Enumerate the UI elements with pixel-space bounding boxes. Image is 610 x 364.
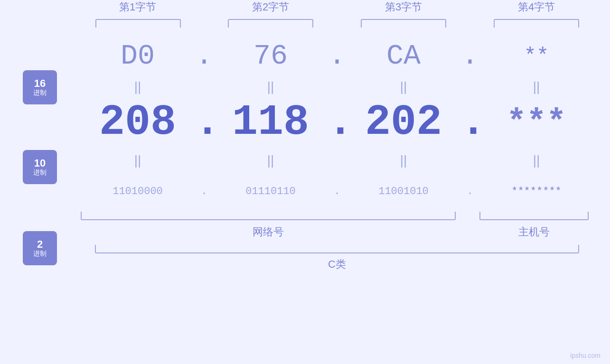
byte-headers: 第1字节 第2字节 第3字节 第4字节 [81,0,593,14]
equals-2: || [214,79,328,94]
grid-wrapper: 第1字节 第2字节 第3字节 第4字节 D0 . 76 . CA . ** [81,0,593,271]
class-bracket-line [95,245,579,253]
equals2-4: || [479,153,593,168]
label-10-top: 10 [34,158,46,169]
label-10bit: 10 进制 [23,150,57,184]
binary-byte4: ******** [479,186,593,197]
hex-byte2: 76 [214,40,328,72]
network-label: 网络号 [253,225,284,239]
byte-header-3: 第3字节 [347,0,460,14]
hex-byte1: D0 [81,40,195,72]
byte-header-1: 第1字节 [81,0,195,14]
hex-row: D0 . 76 . CA . ** [81,37,593,75]
hex-dot-2: . [328,40,347,72]
hex-dot-1: . [195,40,214,72]
equals2-3: || [347,153,460,168]
byte-header-4: 第4字节 [479,0,593,14]
decimal-dot-1: . [195,98,214,147]
watermark: ipshu.com [570,352,601,359]
label-2bit: 2 进制 [23,231,57,265]
binary-byte2: 01110110 [214,186,328,197]
binary-dot-2: . [328,186,347,197]
equals-1: || [81,79,195,94]
equals2-1: || [81,153,195,168]
hex-byte4: ** [479,44,593,68]
host-label: 主机号 [518,225,550,239]
class-section: C类 [81,245,593,271]
label-2-top: 2 [37,239,43,250]
top-brackets-row [81,19,593,28]
byte-header-2: 第2字节 [214,0,328,14]
equals-3: || [347,79,460,94]
host-bracket-line [479,212,589,220]
equals-row-1: || || || || [81,75,593,99]
decimal-byte1: 208 [81,98,195,147]
hex-byte3: CA [347,40,460,72]
label-2-bottom: 进制 [33,250,47,257]
decimal-dot-2: . [328,98,347,147]
bracket-top-1 [95,19,181,28]
class-label: C类 [328,257,346,271]
bracket-top-3 [361,19,446,28]
network-host-section: 网络号 主机号 [81,212,593,239]
bracket-top-4 [494,19,579,28]
decimal-byte2: 118 [214,98,328,147]
bracket-top-2 [228,19,313,28]
label-16-bottom: 进制 [33,89,47,96]
binary-dot-3: . [460,186,479,197]
hex-dot-3: . [460,40,479,72]
equals-row-2: || || || || [81,146,593,175]
equals2-2: || [214,153,328,168]
binary-byte3: 11001010 [347,186,460,197]
main-container: 16 进制 10 进制 2 进制 第1字节 第2字节 第3字节 第4字节 [0,0,610,364]
label-16-top: 16 [34,78,46,89]
binary-row: 11010000 . 01110110 . 11001010 . *******… [81,175,593,208]
decimal-row: 208 . 118 . 202 . *** [81,99,593,146]
label-16bit: 16 进制 [23,70,57,104]
label-10-bottom: 进制 [33,169,47,176]
binary-byte1: 11010000 [81,186,195,197]
network-bracket-container: 网络号 [81,212,456,239]
decimal-byte4: *** [479,104,593,141]
binary-dot-1: . [195,186,214,197]
host-bracket-container: 主机号 [479,212,589,239]
network-bracket-line [81,212,456,220]
decimal-dot-3: . [460,98,479,147]
equals-4: || [479,79,593,94]
decimal-byte3: 202 [347,98,460,147]
